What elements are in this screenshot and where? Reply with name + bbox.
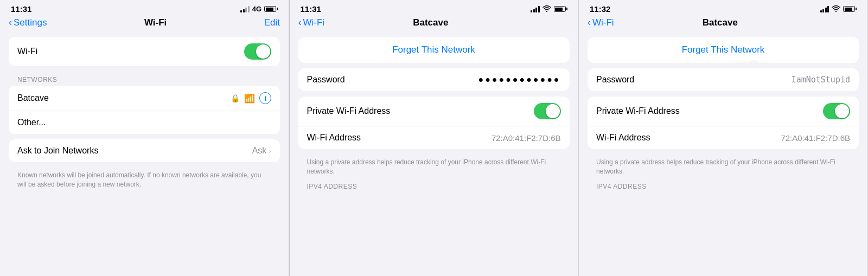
content-2: Forget This Network Password ●●●●●●●●●●●… [290, 33, 578, 276]
signal-icon-3 [820, 6, 829, 12]
wifi-toggle-row[interactable]: Wi-Fi [9, 37, 280, 66]
content-1: Wi-Fi NETWORKS Batcave 🔒 📶 i Othe [0, 33, 289, 276]
networks-card: Batcave 🔒 📶 i Other... [9, 86, 280, 134]
panel-batcave-details: 11:31 [290, 0, 579, 276]
nav-back-settings[interactable]: ‹ Settings [9, 17, 47, 28]
forget-network-row[interactable]: Forget This Network [298, 37, 570, 63]
password-value: ●●●●●●●●●●●● [478, 75, 561, 85]
nav-back-label-1: Settings [14, 17, 47, 28]
status-time-1: 11:31 [11, 4, 31, 14]
panel-batcave-copy: 11:32 [579, 0, 868, 276]
forget-network-card-3: Forget This Network ⎘ Copy [588, 37, 859, 63]
panel-wifi-settings: 11:31 4G ‹ Settings Wi-Fi Edit [0, 0, 289, 276]
wifi-signal-icon: 📶 [244, 93, 255, 104]
nav-back-wifi-2[interactable]: ‹ Wi-Fi [298, 17, 325, 28]
network-address-card: Private Wi-Fi Address Wi-Fi Address 72:A… [298, 97, 570, 149]
private-wifi-toggle[interactable] [534, 103, 561, 119]
nav-bar-3: ‹ Wi-Fi Batcave [579, 16, 867, 33]
private-wifi-toggle-3[interactable] [823, 103, 850, 119]
chevron-right-icon-ask: › [269, 146, 271, 155]
network-name-other: Other... [17, 118, 46, 127]
battery-icon-3 [843, 6, 857, 12]
ask-to-join-card: Ask to Join Networks Ask › [9, 139, 280, 162]
battery-icon-2 [554, 6, 567, 12]
status-bar-2: 11:31 [290, 0, 578, 16]
private-wifi-row-3[interactable]: Private Wi-Fi Address [588, 97, 859, 126]
network-address-card-3: Private Wi-Fi Address Wi-Fi Address 72:A… [588, 97, 859, 149]
password-revealed-value: IamNotStupid [792, 75, 850, 85]
wifi-toggle-switch[interactable] [244, 43, 271, 60]
info-icon-batcave[interactable]: i [259, 92, 271, 104]
password-label: Password [307, 75, 345, 85]
wifi-address-label-3: Wi-Fi Address [596, 133, 650, 143]
batcave-icons: 🔒 📶 i [231, 92, 271, 104]
status-time-3: 11:32 [590, 4, 610, 14]
status-time-2: 11:31 [301, 4, 321, 14]
private-address-description: Using a private address helps reduce tra… [298, 155, 570, 178]
chevron-left-icon-2: ‹ [298, 17, 302, 28]
chevron-left-icon-3: ‹ [588, 17, 591, 28]
status-icons-3 [820, 5, 857, 14]
svg-point-0 [546, 10, 547, 11]
password-row[interactable]: Password ●●●●●●●●●●●● [298, 68, 570, 91]
ipv4-section-header-3: IPV4 ADDRESS [588, 178, 859, 191]
forget-network-row-3[interactable]: Forget This Network ⎘ Copy [588, 37, 859, 63]
content-3: Forget This Network ⎘ Copy Password IamN… [579, 33, 867, 276]
ipv4-section-header: IPV4 ADDRESS [298, 178, 570, 191]
network-name-batcave: Batcave [17, 93, 49, 103]
wifi-toggle-label: Wi-Fi [17, 47, 37, 56]
nav-back-wifi-3[interactable]: ‹ Wi-Fi [588, 17, 614, 28]
status-icons-1: 4G [240, 5, 278, 13]
ask-value: Ask [252, 146, 267, 156]
nav-title-2: Batcave [413, 17, 448, 28]
battery-icon-1 [264, 6, 278, 12]
forget-network-card: Forget This Network [298, 37, 570, 63]
networks-section-header: NETWORKS [9, 72, 280, 86]
toggle-knob-2 [546, 104, 560, 118]
private-address-description-3: Using a private address helps reduce tra… [588, 155, 859, 178]
status-icons-2 [531, 5, 567, 14]
private-wifi-label-3: Private Wi-Fi Address [596, 106, 680, 116]
ask-to-join-label: Ask to Join Networks [17, 146, 98, 156]
nav-title-1: Wi-Fi [144, 17, 167, 28]
wifi-icon-2 [542, 5, 551, 14]
nav-title-3: Batcave [703, 17, 738, 28]
network-type-1: 4G [252, 5, 261, 13]
private-wifi-label: Private Wi-Fi Address [307, 106, 391, 116]
status-bar-3: 11:32 [579, 0, 867, 16]
wifi-address-row-3: Wi-Fi Address 72:A0:41:F2:7D:6B [588, 126, 859, 149]
password-card-3: Password IamNotStupid [588, 68, 859, 91]
wifi-toggle-card: Wi-Fi [9, 37, 280, 66]
nav-bar-2: ‹ Wi-Fi Batcave [290, 16, 578, 33]
private-wifi-row[interactable]: Private Wi-Fi Address [298, 97, 570, 126]
toggle-knob-3 [835, 104, 849, 118]
wifi-icon-3 [832, 5, 840, 14]
network-row-other[interactable]: Other... [9, 111, 280, 134]
wifi-address-value: 72:A0:41:F2:7D:6B [492, 133, 561, 143]
status-bar-1: 11:31 4G [0, 0, 289, 16]
ask-footer-text: Known networks will be joined automatica… [9, 168, 280, 191]
toggle-knob [256, 44, 270, 59]
lock-icon: 🔒 [231, 94, 240, 102]
wifi-address-row: Wi-Fi Address 72:A0:41:F2:7D:6B [298, 126, 570, 149]
ask-row-right: Ask › [252, 146, 271, 156]
nav-bar-1: ‹ Settings Wi-Fi Edit [0, 16, 289, 33]
nav-back-label-2: Wi-Fi [303, 17, 325, 28]
signal-icon-1 [240, 6, 250, 12]
svg-point-1 [835, 10, 837, 11]
nav-back-label-3: Wi-Fi [592, 17, 614, 28]
ask-to-join-row[interactable]: Ask to Join Networks Ask › [9, 139, 280, 162]
network-row-batcave[interactable]: Batcave 🔒 📶 i [9, 86, 280, 111]
forget-network-label-3: Forget This Network [682, 44, 765, 55]
wifi-address-value-3: 72:A0:41:F2:7D:6B [781, 133, 850, 143]
password-card: Password ●●●●●●●●●●●● [298, 68, 570, 91]
password-label-3: Password [596, 75, 634, 85]
signal-icon-2 [531, 6, 540, 12]
chevron-left-icon-1: ‹ [9, 17, 12, 28]
password-row-3[interactable]: Password IamNotStupid [588, 68, 859, 91]
nav-edit-button[interactable]: Edit [264, 17, 280, 28]
forget-network-label: Forget This Network [307, 44, 561, 55]
wifi-address-label: Wi-Fi Address [307, 133, 361, 143]
